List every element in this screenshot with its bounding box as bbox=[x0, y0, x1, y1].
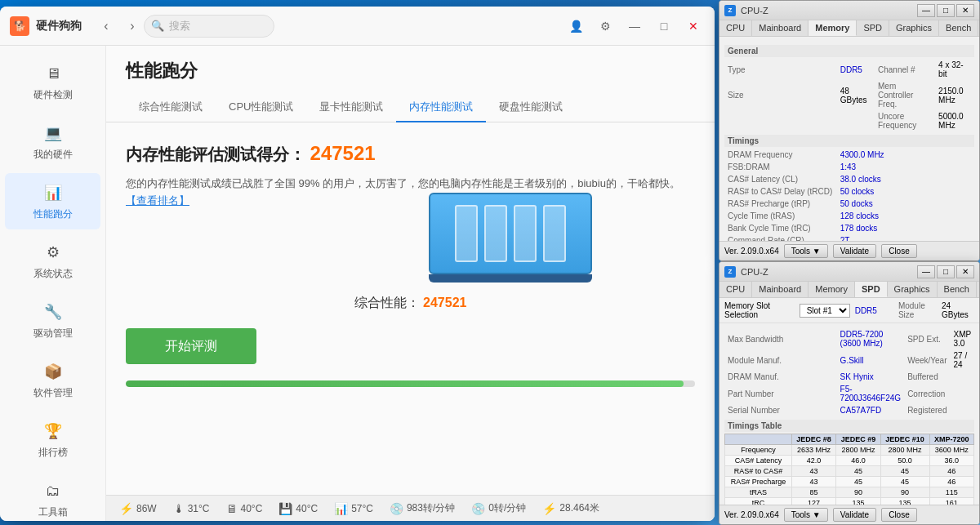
sidebar-label-driver-mgmt: 驱动管理 bbox=[33, 327, 73, 340]
timings-section-title: Timings bbox=[724, 135, 974, 147]
cpuz-window-spd: Z CPU-Z — □ ✕ CPU Mainboard Memory SPD G… bbox=[719, 261, 980, 525]
network-value: 28.464米 bbox=[559, 501, 599, 515]
sidebar-item-software-mgmt[interactable]: 📦 软件管理 bbox=[5, 352, 100, 408]
disk-temp-icon: 📊 bbox=[334, 502, 348, 515]
cpuz-title-text-2: CPU-Z bbox=[741, 267, 912, 277]
settings-icon-button[interactable]: ⚙ bbox=[594, 15, 617, 38]
tabs-bar: 综合性能测试 CPU性能测试 显卡性能测试 内存性能测试 硬盘性能测试 bbox=[106, 93, 715, 122]
cpuz-tabs-2: CPU Mainboard Memory SPD Graphics Bench … bbox=[719, 282, 979, 298]
cpuz-tab-about-2[interactable]: About bbox=[977, 282, 980, 297]
progress-bar bbox=[126, 380, 684, 387]
page-title: 性能跑分 bbox=[126, 59, 695, 83]
cpuz-minimize-1[interactable]: — bbox=[917, 4, 935, 17]
tab-disk[interactable]: 硬盘性能测试 bbox=[486, 93, 576, 122]
cpuz-close-btn-2[interactable]: Close bbox=[881, 508, 917, 522]
cpuz-close-1[interactable]: ✕ bbox=[956, 4, 974, 17]
cpuz-validate-btn-2[interactable]: Validate bbox=[833, 508, 876, 522]
cpu-temp-value: 31°C bbox=[188, 503, 210, 514]
close-button[interactable]: ✕ bbox=[682, 15, 705, 38]
cpu-temp-icon: 🌡 bbox=[173, 502, 185, 515]
cpuz-minimize-2[interactable]: — bbox=[917, 265, 935, 278]
cpuz-tab-memory-2[interactable]: Memory bbox=[808, 282, 855, 297]
cpuz-maximize-1[interactable]: □ bbox=[937, 4, 955, 17]
status-fan1: 💿 983转/分钟 bbox=[390, 501, 455, 515]
cpuz-tab-cpu-1[interactable]: CPU bbox=[719, 20, 752, 36]
sidebar-label-software-mgmt: 软件管理 bbox=[33, 386, 73, 400]
sidebar-item-hardware-check[interactable]: 🖥 硬件检测 bbox=[5, 54, 100, 110]
score-title: 内存性能评估测试得分： 247521 bbox=[126, 142, 695, 166]
cpuz-window-memory: Z CPU-Z — □ ✕ CPU Mainboard Memory SPD G… bbox=[719, 0, 980, 261]
minimize-button[interactable]: — bbox=[623, 15, 646, 38]
search-box[interactable]: 🔍 搜索 bbox=[144, 15, 274, 38]
cpuz-tab-mainboard-1[interactable]: Mainboard bbox=[752, 20, 808, 36]
freq-row: Frequency 2633 MHz 2800 MHz 2800 MHz 360… bbox=[725, 445, 974, 456]
software-mgmt-icon: 📦 bbox=[42, 360, 65, 383]
ranking-link[interactable]: 【查看排名】 bbox=[126, 194, 189, 207]
cpuz-win-btns-1: — □ ✕ bbox=[917, 4, 974, 17]
score-desc-text: 您的内存性能测试成绩已战胜了全国 99% 的用户，太厉害了，您的电脑内存性能是王… bbox=[126, 177, 680, 189]
fan2-icon: 💿 bbox=[471, 502, 485, 515]
size-label: Size bbox=[724, 80, 837, 110]
sidebar-item-benchmark[interactable]: 📊 性能跑分 bbox=[5, 173, 100, 229]
sidebar-label-my-hardware: 我的硬件 bbox=[33, 148, 73, 162]
sidebar-label-toolbox: 工具箱 bbox=[38, 505, 68, 519]
cpuz-tab-mainboard-2[interactable]: Mainboard bbox=[752, 282, 808, 297]
rcd-row: RAS# to CAS# 43 45 45 46 bbox=[725, 466, 974, 477]
cpuz-tab-spd-1[interactable]: SPD bbox=[857, 20, 889, 36]
comprehensive-label: 综合性能： bbox=[354, 296, 420, 309]
size-row: Size 48 GBytes Mem Controller Freq. 2150… bbox=[724, 80, 974, 110]
tab-cpu[interactable]: CPU性能测试 bbox=[216, 93, 306, 122]
gpu-temp-icon: 🖥 bbox=[226, 502, 238, 515]
title-bar: 🐕 硬件狗狗 ‹ › 🔍 搜索 👤 ⚙ — □ ✕ bbox=[0, 7, 715, 46]
cpuz-title-text-1: CPU-Z bbox=[741, 6, 912, 16]
cpuz-tab-graphics-2[interactable]: Graphics bbox=[888, 282, 938, 297]
cpuz-tools-btn-2[interactable]: Tools ▼ bbox=[784, 508, 828, 522]
sidebar-item-toolbox[interactable]: 🗂 工具箱 bbox=[5, 471, 100, 521]
cpuz-spd-content: Max BandwidthDDR5-7200 (3600 MHz)SPD Ext… bbox=[719, 323, 979, 525]
sidebar-item-driver-mgmt[interactable]: 🔧 驱动管理 bbox=[5, 292, 100, 349]
sidebar-label-hardware-check: 硬件检测 bbox=[33, 88, 73, 102]
channel-label: Channel # bbox=[875, 59, 935, 80]
disk-temp-value: 57°C bbox=[351, 503, 373, 514]
sidebar-item-system-status[interactable]: ⚙ 系统状态 bbox=[5, 233, 100, 289]
cpuz-tab-graphics-1[interactable]: Graphics bbox=[889, 20, 939, 36]
user-icon-button[interactable]: 👤 bbox=[564, 15, 587, 38]
cpuz-tools-btn-1[interactable]: Tools ▼ bbox=[784, 244, 828, 258]
app-logo: 🐕 硬件狗狗 bbox=[10, 16, 82, 36]
fan1-value: 983转/分钟 bbox=[407, 501, 455, 515]
col-jedec9: JEDEC #9 bbox=[836, 434, 880, 445]
tab-gpu[interactable]: 显卡性能测试 bbox=[306, 93, 396, 122]
slot-dropdown[interactable]: Slot #1 Slot #2 Slot #3 Slot #4 bbox=[800, 304, 850, 318]
cpuz-close-btn-1[interactable]: Close bbox=[881, 244, 917, 258]
cpuz-tab-cpu-2[interactable]: CPU bbox=[719, 282, 752, 297]
cpuz-tab-bench-1[interactable]: Bench bbox=[939, 20, 978, 36]
cpuz-validate-btn-1[interactable]: Validate bbox=[833, 244, 876, 258]
cpuz-bottom-bar-2: Ver. 2.09.0.x64 Tools ▼ Validate Close bbox=[719, 505, 979, 524]
back-button[interactable]: ‹ bbox=[95, 15, 118, 38]
fan2-value: 0转/分钟 bbox=[488, 501, 526, 515]
channel-value: 4 x 32-bit bbox=[935, 59, 974, 80]
tab-memory[interactable]: 内存性能测试 bbox=[396, 93, 486, 122]
cpuz-tab-bench-2[interactable]: Bench bbox=[938, 282, 977, 297]
sidebar: 🖥 硬件检测 💻 我的硬件 📊 性能跑分 ⚙ 系统状态 🔧 驱动管理 📦 bbox=[0, 46, 106, 521]
timings-table-title: Timings Table bbox=[724, 420, 974, 432]
cpuz-close-2[interactable]: ✕ bbox=[956, 265, 974, 278]
fan1-icon: 💿 bbox=[390, 502, 403, 515]
my-hardware-icon: 💻 bbox=[42, 122, 65, 145]
uncore-label: Uncore Frequency bbox=[875, 110, 935, 131]
sidebar-item-my-hardware[interactable]: 💻 我的硬件 bbox=[5, 113, 100, 170]
cpuz-maximize-2[interactable]: □ bbox=[937, 265, 955, 278]
tab-comprehensive[interactable]: 综合性能测试 bbox=[126, 93, 216, 122]
cpuz-tab-memory-1[interactable]: Memory bbox=[808, 20, 857, 36]
progress-container bbox=[126, 380, 695, 387]
cpuz-tab-spd-2[interactable]: SPD bbox=[855, 282, 888, 297]
gpu-temp-value: 40°C bbox=[241, 503, 263, 514]
maximize-button[interactable]: □ bbox=[653, 15, 675, 38]
forward-button[interactable]: › bbox=[121, 15, 144, 38]
status-mem-temp: 💾 40°C bbox=[278, 502, 318, 515]
sidebar-item-ranking[interactable]: 🏆 排行榜 bbox=[5, 412, 100, 468]
cpuz-win-btns-2: — □ ✕ bbox=[917, 265, 974, 278]
cpuz-icon-1: Z bbox=[724, 5, 736, 16]
cpuz-version-1: Ver. 2.09.0.x64 bbox=[724, 247, 779, 256]
start-benchmark-button[interactable]: 开始评测 bbox=[126, 328, 256, 364]
